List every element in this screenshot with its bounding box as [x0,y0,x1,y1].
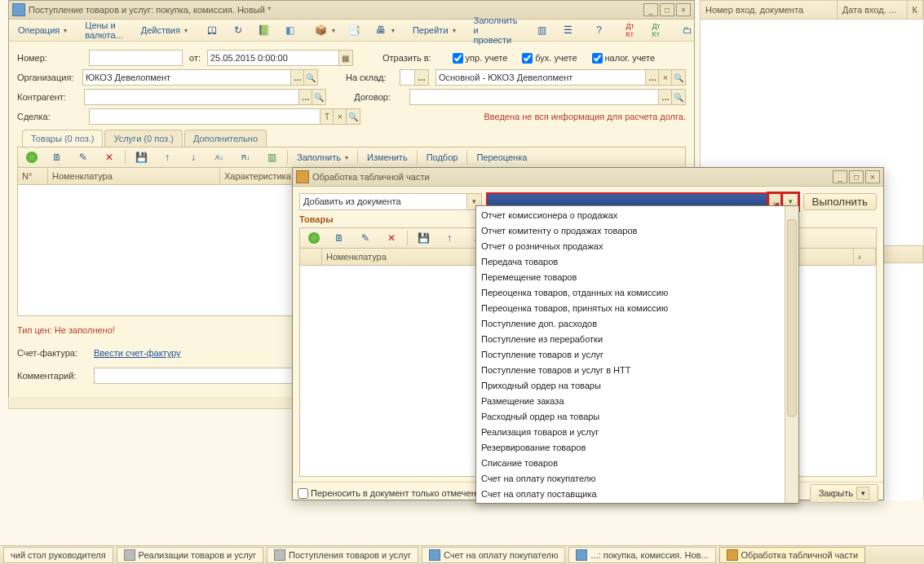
sort-desc-icon[interactable]: Я↓ [233,148,258,166]
edit-row-icon[interactable]: ✎ [71,148,95,166]
transfer-checkbox[interactable]: Переносить в документ только отмечен [298,488,476,499]
move-up-icon[interactable]: ↑ [155,148,179,166]
based-on-icon[interactable]: 📦 [309,21,341,39]
popup-minimize-button[interactable]: _ [833,170,847,183]
tab-services[interactable]: Услуги (0 поз.) [104,130,182,147]
deal-open-icon[interactable]: 🔍 [346,109,360,124]
dropdown-item[interactable]: Списание товаров [476,455,798,470]
operation-menu[interactable]: Операция [12,21,73,39]
dropdown-item[interactable]: Расходный ордер на товары [476,408,798,424]
task-item-popup[interactable]: Обработка табличной части [719,547,866,563]
popup-col-check[interactable] [300,249,322,265]
contract-open-icon[interactable]: 🔍 [671,90,685,104]
execute-button[interactable]: Выполнить [803,193,877,210]
dropdown-item[interactable]: Поступление доп. расходов [476,315,798,331]
actions-menu[interactable]: Действия [135,21,193,39]
mgmt-checkbox[interactable]: упр. учете [453,53,508,64]
dropdown-scrollbar[interactable] [785,206,798,503]
dropdown-item[interactable]: Счет на оплату покупателю [476,470,798,486]
dropdown-item[interactable]: Поступление товаров и услуг в НТТ [476,362,798,377]
contract-input[interactable]: … 🔍 [409,89,686,105]
sort-asc-icon[interactable]: А↓ [207,148,232,166]
scan-icon[interactable]: ▥ [259,148,284,166]
select-button[interactable]: Подбор [421,148,464,166]
document-type-dropdown[interactable]: Отчет комиссионера о продажахОтчет комит… [475,205,799,504]
dropdown-item[interactable]: Переоценка товаров, отданных на комиссию [476,284,798,300]
dropdown-item[interactable]: Отчет комиссионера о продажах [476,207,798,223]
org-open-icon[interactable]: 🔍 [303,70,317,85]
right-col-docnum[interactable]: Номер вход. документа [701,1,838,19]
action-select[interactable]: Добавить из документа ▾ [299,193,482,210]
popup-edit-icon[interactable]: ✎ [353,229,378,247]
warehouse-input[interactable]: Основной - ЮКОЗ Девелопмент … × 🔍 [435,69,686,86]
dropdown-item[interactable]: Размещение заказа [476,393,798,408]
dropdown-item[interactable]: Передача товаров [476,253,798,269]
delete-row-icon[interactable]: ✕ [97,148,122,166]
post-icon[interactable]: 🕮 [200,21,224,39]
warehouse-picker[interactable]: … [400,69,429,86]
warehouse-select-icon[interactable]: … [645,70,659,85]
popup-save-icon[interactable]: 💾 [411,229,435,247]
warehouse-dots-icon[interactable]: … [414,70,428,85]
acc-checkbox[interactable]: бух. учете [522,53,577,64]
popup-maximize-button[interactable]: □ [849,170,864,183]
goto-menu[interactable]: Перейти [407,21,462,39]
dropdown-item[interactable]: Отчет о розничных продажах [476,238,798,253]
popup-up-icon[interactable]: ↑ [437,229,462,247]
popup-copy-icon[interactable]: 🗎 [327,229,351,247]
col-nomen[interactable]: Номенклатура [48,168,220,184]
repost-icon[interactable]: ↻ [226,21,250,39]
popup-close-button[interactable]: × [865,170,880,183]
dt-kt-green-icon[interactable]: ДтКт [644,21,669,39]
contract-select-icon[interactable]: … [658,90,672,104]
dropdown-item[interactable]: Счет на оплату поставщика [476,486,798,501]
task-item-realiz[interactable]: Реализации товаров и услуг [117,547,263,563]
task-item-postup[interactable]: Поступления товаров и услуг [267,547,418,563]
tax-checkbox[interactable]: налог. учете [592,53,656,64]
prices-currency-button[interactable]: Цены и валюта... [79,21,128,39]
report-icon[interactable]: ☰ [556,21,581,39]
popup-add-icon[interactable] [303,229,325,247]
right-col-k[interactable]: К [908,1,923,19]
popup-close-action[interactable]: Закрыть ▾ [810,484,878,503]
warehouse-open-icon[interactable]: 🔍 [671,70,685,85]
movements-icon[interactable]: 📑 [343,21,367,39]
contractor-input[interactable]: … 🔍 [84,89,326,105]
col-num[interactable]: N° [18,168,48,184]
help-icon[interactable]: ? [587,21,612,39]
deal-clear-icon[interactable]: × [333,109,347,124]
popup-col-end[interactable]: › [854,249,876,265]
save-rows-icon[interactable]: 💾 [129,148,153,166]
dropdown-item[interactable]: Реализация товаров и услуг [476,424,798,439]
dropdown-item[interactable]: Поступление из переработки [476,331,798,346]
number-input[interactable] [89,50,183,66]
org-input[interactable]: ЮКОЗ Девелопмент … 🔍 [82,69,318,86]
change-button[interactable]: Изменить [361,148,413,166]
task-item-schet[interactable]: Счет на оплату покупателю [422,547,565,563]
fill-menu[interactable]: Заполнить [291,148,354,166]
fill-and-post-button[interactable]: Заполнить и провести [468,21,524,39]
warehouse-clear-icon[interactable]: × [658,70,672,85]
popup-delete-icon[interactable]: ✕ [379,229,404,247]
add-row-icon[interactable] [20,148,43,166]
dt-kt-red-icon[interactable]: ДтКт [618,21,643,39]
copy-row-icon[interactable]: 🗎 [45,148,69,166]
struct-icon[interactable]: ◧ [278,21,303,39]
minimize-button[interactable]: _ [643,3,658,16]
barcode-icon[interactable]: ▥ [530,21,555,39]
dropdown-item[interactable]: Поступление товаров и услуг [476,346,798,362]
dropdown-item[interactable]: Отчет комитенту о продажах товаров [476,223,798,238]
tab-extra[interactable]: Дополнительно [184,130,267,147]
task-item-current[interactable]: ...: покупка, комиссия. Нов... [568,547,715,563]
task-item-desk[interactable]: чий стол руководителя [3,547,113,563]
files-icon[interactable]: 🗀 [675,21,700,39]
maximize-button[interactable]: □ [660,3,674,16]
right-col-date[interactable]: Дата вход. ... [838,1,908,19]
org-select-icon[interactable]: … [290,70,304,85]
enter-invoice-link[interactable]: Ввести счет-фактуру [94,348,181,358]
contractor-open-icon[interactable]: 🔍 [312,90,325,104]
revalue-button[interactable]: Переоценка [471,148,533,166]
deal-type-icon[interactable]: T [320,109,334,124]
record-icon[interactable]: 📗 [252,21,276,39]
dropdown-item[interactable]: Перемещение товаров [476,269,798,284]
